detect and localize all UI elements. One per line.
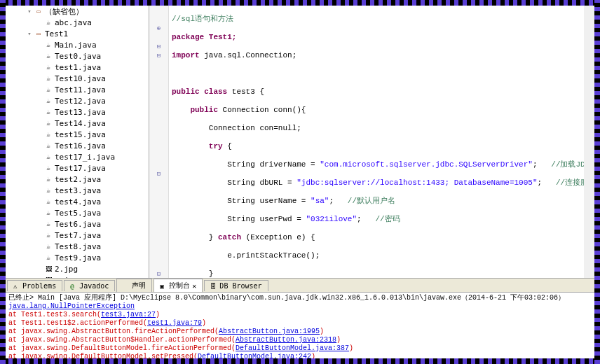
tree-file[interactable]: Main.java xyxy=(6,39,149,50)
tree-file[interactable]: test4.java xyxy=(6,196,149,207)
gutter[interactable] xyxy=(149,6,169,278)
console-output[interactable]: 已终止> Main [Java 应用程序] D:\MyEclipse 8.0\C… xyxy=(6,292,594,358)
stack-link[interactable]: java.lang.NullPointerException xyxy=(8,302,135,310)
javadoc-icon xyxy=(70,282,77,289)
tree-file[interactable]: test1.java xyxy=(6,62,149,73)
stack-link[interactable]: test3.java:27 xyxy=(101,311,156,318)
console-termination-line: 已终止> Main [Java 应用程序] D:\MyEclipse 8.0\C… xyxy=(8,294,592,302)
tab-declaration[interactable]: 声明 xyxy=(116,279,152,292)
tab-db-browser[interactable]: DB Browser xyxy=(204,280,268,291)
tree-file[interactable]: Test7.java xyxy=(6,230,149,241)
source-area[interactable]: //sql语句和方法 package Test1; import java.sq… xyxy=(169,6,584,278)
tree-file[interactable]: Test17.java xyxy=(6,162,149,174)
tree-file[interactable]: test17_i.java xyxy=(6,151,149,162)
code-editor[interactable]: //sql语句和方法 package Test1; import java.sq… xyxy=(149,6,584,278)
console-icon xyxy=(160,282,167,289)
tree-package-default[interactable]: ▾（缺省包） xyxy=(6,6,149,17)
tree-file[interactable]: Test0.java xyxy=(6,50,149,62)
bottom-tab-bar: Problems Javadoc 声明 控制台 ✕ DB Browser xyxy=(6,278,594,292)
tree-file[interactable]: Test5.java xyxy=(6,207,149,218)
editor-scrollbar[interactable] xyxy=(584,6,594,278)
tree-file[interactable]: Test9.java xyxy=(6,252,149,263)
stack-link[interactable]: test1.java:79 xyxy=(147,319,202,327)
tree-file[interactable]: Test12.java xyxy=(6,95,149,106)
decl-icon xyxy=(123,282,130,289)
tab-console[interactable]: 控制台 ✕ xyxy=(154,279,203,292)
tree-file[interactable]: Test14.java xyxy=(6,118,149,129)
tree-file[interactable]: test15.java xyxy=(6,129,149,140)
tree-file[interactable]: Test16.java xyxy=(6,140,149,151)
tree-file[interactable]: abc.java xyxy=(6,17,149,28)
db-icon xyxy=(210,282,217,289)
tree-file[interactable]: Test6.java xyxy=(6,218,149,230)
package-explorer[interactable]: ▾（缺省包） abc.java ▾Test1 Main.java Test0.j… xyxy=(6,6,149,278)
tree-file[interactable]: 2.jpg xyxy=(6,263,149,274)
tree-file[interactable]: Test10.java xyxy=(6,73,149,84)
stack-link[interactable]: DefaultButtonModel.java:387 xyxy=(236,344,349,352)
tree-file[interactable]: test2.java xyxy=(6,174,149,185)
tree-package-test1[interactable]: ▾Test1 xyxy=(6,28,149,39)
stack-link[interactable]: AbstractButton.java:1995 xyxy=(219,328,320,335)
tree-file[interactable]: Test8.java xyxy=(6,241,149,252)
tab-javadoc[interactable]: Javadoc xyxy=(64,280,115,291)
stack-link[interactable]: AbstractButton.java:2318 xyxy=(236,336,336,344)
warning-icon xyxy=(13,282,20,289)
tree-file[interactable]: test3.java xyxy=(6,185,149,196)
stack-link[interactable]: DefaultButtonModel.java:242 xyxy=(198,353,311,358)
tree-file[interactable]: Test11.java xyxy=(6,84,149,95)
tab-problems[interactable]: Problems xyxy=(7,280,62,291)
tree-file[interactable]: Test13.java xyxy=(6,106,149,118)
